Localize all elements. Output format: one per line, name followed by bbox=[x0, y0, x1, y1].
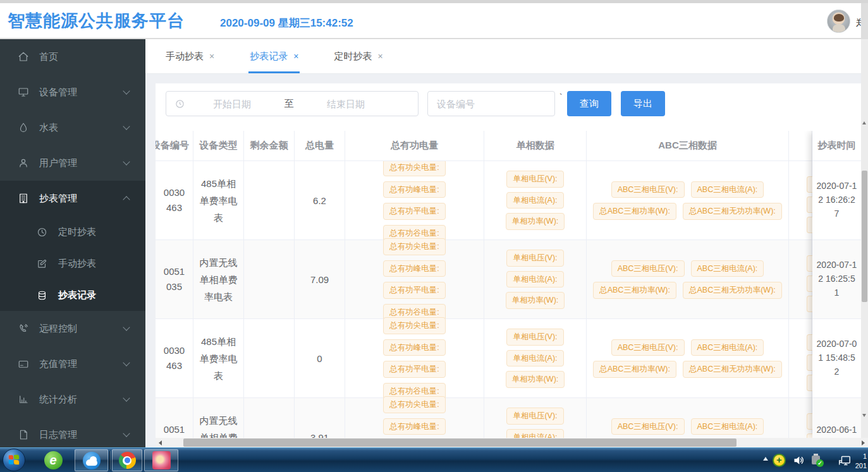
tag-phase-voltage: 单相电压(V): bbox=[506, 408, 563, 425]
tag-sharp-energy: 总有功尖电量: bbox=[383, 317, 445, 334]
tray-clock[interactable]: 1 201 bbox=[855, 452, 867, 471]
tag-sharp-energy: 总有功尖电量: bbox=[383, 161, 445, 176]
tag-abc-current: ABC三相电流(A): bbox=[691, 339, 764, 356]
sidebar-subitem-manual-reading[interactable]: 手动抄表 bbox=[0, 248, 145, 279]
horizontal-scrollbar-thumb[interactable] bbox=[183, 439, 737, 447]
sidebar-item-water-meter[interactable]: 水表 bbox=[0, 110, 145, 145]
start-button[interactable] bbox=[3, 449, 25, 471]
end-date-input[interactable] bbox=[298, 99, 393, 109]
col-balance: 剩余金额 bbox=[244, 131, 295, 161]
taskbar-qq-browser-icon[interactable] bbox=[75, 449, 108, 471]
col-single-phase: 单相数据 bbox=[484, 131, 587, 161]
sidebar-item-home[interactable]: 首页 bbox=[0, 39, 145, 75]
windows-taskbar: e + ✓ 1 201 bbox=[0, 447, 868, 472]
chrome-icon bbox=[119, 452, 136, 469]
sidebar-group-meter-reading: 抄表管理 定时抄表 手动抄表 抄表记录 bbox=[0, 181, 145, 311]
tab-manual-reading[interactable]: 手动抄表 × bbox=[166, 39, 214, 73]
windows-logo-icon bbox=[9, 455, 20, 466]
tag-abc-current: ABC三相电流(A): bbox=[691, 260, 764, 277]
total-energy-cell: 6.2 bbox=[295, 161, 345, 240]
sidebar-item-recharge-mgmt[interactable]: 充值管理 bbox=[0, 346, 145, 382]
sidebar-item-meter-reading-mgmt[interactable]: 抄表管理 bbox=[0, 181, 145, 216]
chevron-down-icon bbox=[123, 430, 130, 437]
phone-signal-icon bbox=[18, 323, 29, 334]
start-date-input[interactable] bbox=[185, 99, 279, 109]
horizontal-scrollbar[interactable] bbox=[156, 438, 868, 447]
scroll-up-arrow-icon[interactable] bbox=[862, 121, 866, 124]
tag-abc-voltage: ABC三相电压(V): bbox=[611, 181, 685, 198]
device-no: 0030463 bbox=[162, 185, 187, 215]
balance-cell bbox=[244, 398, 295, 438]
col-device-no: 设备编号 bbox=[156, 131, 193, 161]
network-icon[interactable] bbox=[838, 454, 851, 467]
table-row: 0051035 内置无线单相单费率电表 7.09 总有功尖电量: 总有功峰电量:… bbox=[156, 240, 868, 319]
export-button[interactable]: 导出 bbox=[621, 91, 665, 116]
taskbar-photo-viewer-icon[interactable] bbox=[144, 449, 178, 471]
tag-phase-current: 单相电流(A): bbox=[506, 350, 563, 367]
tray-360-safety-icon[interactable]: + bbox=[773, 454, 786, 467]
tag-phase-voltage: 单相电压(V): bbox=[506, 171, 563, 188]
taskbar-360-browser-icon[interactable]: e bbox=[38, 449, 68, 471]
tag-abc-power: 总ABC三相功率(W): bbox=[593, 203, 676, 220]
scroll-left-arrow-icon[interactable] bbox=[159, 440, 162, 445]
scroll-down-arrow-icon[interactable] bbox=[862, 414, 866, 417]
user-avatar[interactable] bbox=[827, 9, 850, 33]
tag-phase-current: 单相电流(A): bbox=[506, 429, 563, 438]
tag-phase-voltage: 单相电压(V): bbox=[506, 250, 563, 267]
device-no-input[interactable] bbox=[427, 91, 555, 116]
tag-abc-voltage: ABC三相电压(V): bbox=[611, 260, 685, 277]
taskbar-chrome-icon[interactable] bbox=[112, 449, 142, 471]
total-energy-cell: 0 bbox=[295, 319, 345, 398]
col-active-energy: 总有功电量 bbox=[345, 131, 484, 161]
chevron-down-icon bbox=[123, 394, 130, 401]
home-icon bbox=[18, 51, 29, 63]
tag-flat-energy: 总有功平电量: bbox=[383, 203, 445, 220]
device-type: 内置无线单相单费率电表 bbox=[199, 412, 239, 439]
tab-reading-records[interactable]: 抄表记录 × bbox=[250, 39, 298, 73]
tag-phase-current: 单相电流(A): bbox=[506, 271, 563, 288]
query-button[interactable]: 查询 bbox=[567, 91, 611, 116]
tag-phase-power: 单相功率(W): bbox=[506, 292, 565, 309]
close-icon[interactable]: × bbox=[209, 51, 214, 61]
close-icon[interactable]: × bbox=[293, 51, 298, 61]
volume-icon[interactable] bbox=[792, 454, 805, 467]
tag-abc-current: ABC三相电流(A): bbox=[691, 181, 764, 198]
balance-cell bbox=[244, 161, 295, 240]
tag-peak-energy: 总有功峰电量: bbox=[383, 260, 445, 277]
sidebar-subitem-scheduled-reading[interactable]: 定时抄表 bbox=[0, 216, 145, 248]
tag-phase-power: 单相功率(W): bbox=[506, 371, 565, 388]
date-range-picker[interactable]: 至 bbox=[166, 91, 419, 116]
scroll-right-arrow-icon[interactable] bbox=[862, 440, 865, 445]
balance-cell bbox=[244, 240, 295, 319]
clock-icon bbox=[37, 227, 47, 238]
col-read-time: 抄表时间 bbox=[812, 131, 861, 161]
read-time-cell: 2020-07-01 15:48:52 bbox=[812, 319, 861, 398]
read-time-cell: 2020-07-12 16:26:27 bbox=[812, 161, 861, 240]
tag-phase-voltage: 单相电压(V): bbox=[506, 329, 563, 346]
tag-abc-reactive-power: 总ABC三相无功功率(W): bbox=[683, 203, 782, 220]
sidebar-item-statistics[interactable]: 统计分析 bbox=[0, 382, 145, 417]
sidebar-subitem-reading-records[interactable]: 抄表记录 bbox=[0, 279, 145, 311]
sidebar-item-user-mgmt[interactable]: 用户管理 bbox=[0, 145, 145, 181]
range-separator: 至 bbox=[279, 98, 298, 110]
vertical-scrollbar-thumb[interactable] bbox=[862, 171, 867, 302]
show-hidden-icons-arrow[interactable] bbox=[763, 457, 768, 461]
usb-device-icon[interactable]: ✓ bbox=[810, 454, 824, 467]
droplet-icon bbox=[18, 122, 29, 133]
tab-scheduled-reading[interactable]: 定时抄表 × bbox=[334, 39, 382, 73]
app-header: 智慧能源公共服务平台 2020-09-09 星期三15:42:52 郑 bbox=[0, 0, 868, 39]
table-row: 0030463 485单相单费率电表 6.2 总有功尖电量: 总有功峰电量: 总… bbox=[156, 161, 868, 240]
sidebar-item-remote-control[interactable]: 远程控制 bbox=[0, 311, 145, 346]
tag-abc-power: 总ABC三相功率(W): bbox=[593, 361, 676, 378]
balance-cell bbox=[244, 319, 295, 398]
tag-phase-power: 单相功率(W): bbox=[506, 213, 565, 230]
device-type: 485单相单费率电表 bbox=[199, 333, 239, 384]
header-datetime: 2020-09-09 星期三15:42:52 bbox=[220, 16, 353, 30]
tag-abc-power: 总ABC三相功率(W): bbox=[593, 282, 676, 299]
sidebar-item-device-mgmt[interactable]: 设备管理 bbox=[0, 75, 145, 110]
taskbar-separator bbox=[109, 451, 110, 469]
chevron-up-icon bbox=[123, 196, 130, 203]
tab-bar: 手动抄表 × 抄表记录 × 定时抄表 × bbox=[145, 39, 868, 74]
close-icon[interactable]: × bbox=[377, 51, 382, 61]
col-device-type: 设备类型 bbox=[193, 131, 244, 161]
